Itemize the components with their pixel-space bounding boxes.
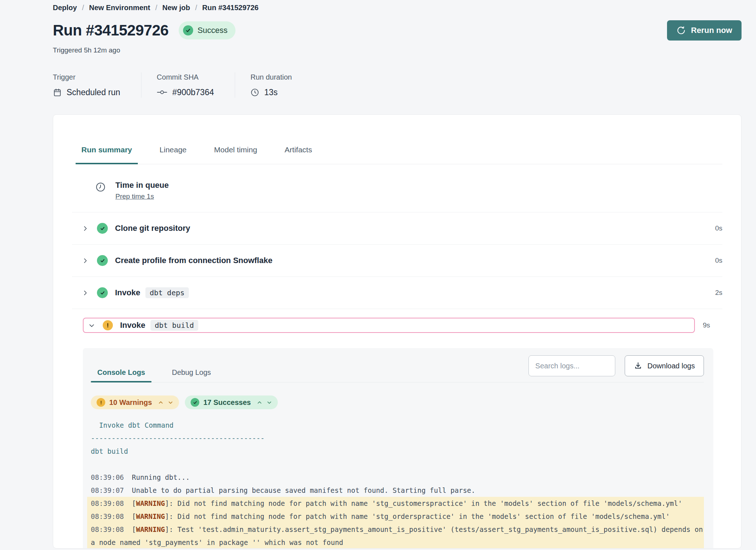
- chevron-down-icon[interactable]: [168, 400, 173, 405]
- log-warning-line: 08:39:08[WARNING]: Test 'test.admin_matu…: [87, 523, 704, 549]
- warnings-badge-label: 10 Warnings: [109, 398, 152, 407]
- tab-console-logs[interactable]: Console Logs: [91, 368, 152, 382]
- breadcrumb-job[interactable]: New job: [162, 3, 190, 12]
- log-timestamp: 08:39:08: [91, 512, 124, 520]
- breadcrumb-separator: /: [195, 3, 197, 12]
- log-timestamp: 08:39:07: [91, 486, 124, 494]
- step-command-chip: dbt build: [150, 320, 198, 331]
- chevron-right-icon[interactable]: [82, 258, 88, 264]
- rerun-icon: [676, 26, 686, 35]
- log-message: Unable to do partial parsing because sav…: [132, 486, 475, 494]
- chevron-down-icon[interactable]: [89, 322, 95, 329]
- run-meta-row: Trigger Scheduled run Commit SHA #900b73…: [53, 72, 742, 98]
- successes-badge[interactable]: 17 Successes: [185, 395, 278, 409]
- chevron-down-icon[interactable]: [267, 400, 272, 405]
- warning-bracket: [: [132, 525, 136, 533]
- page-title: Run #341529726: [53, 22, 169, 39]
- log-line: 08:39:07Unable to do partial parsing bec…: [91, 484, 704, 497]
- successes-nav: [257, 400, 272, 405]
- triggered-timestamp: Triggered 5h 12m ago: [53, 46, 742, 54]
- log-message: Did not find matching node for patch wit…: [177, 499, 682, 507]
- run-detail-page: Deploy / New Environment / New job / Run…: [0, 0, 756, 550]
- breadcrumb-deploy[interactable]: Deploy: [53, 3, 77, 12]
- tab-debug-logs[interactable]: Debug Logs: [165, 368, 217, 382]
- step-row-dbt-deps[interactable]: Invoke dbt deps 2s: [72, 277, 722, 309]
- step-row-clone-git[interactable]: Clone git repository 0s: [72, 212, 722, 245]
- title-row: Run #341529726 Success Rerun now: [53, 20, 742, 41]
- log-summary-badges: 10 Warnings 17 Successes: [91, 395, 704, 409]
- tab-artifacts[interactable]: Artifacts: [279, 145, 318, 164]
- chevron-up-icon[interactable]: [158, 400, 163, 405]
- download-icon: [634, 361, 642, 370]
- breadcrumb-separator: /: [82, 3, 84, 12]
- meta-trigger: Trigger Scheduled run: [53, 72, 141, 98]
- trigger-value: Scheduled run: [67, 87, 120, 98]
- log-warning-line: 08:39:08[WARNING]: Did not find matching…: [87, 510, 704, 523]
- commit-icon: [157, 89, 167, 96]
- tab-run-summary[interactable]: Run summary: [76, 145, 138, 164]
- success-check-icon: [183, 25, 193, 35]
- trigger-label: Trigger: [53, 72, 120, 82]
- tab-model-timing[interactable]: Model timing: [208, 145, 263, 164]
- log-warning-line: 08:39:08[WARNING]: Did not find matching…: [87, 497, 704, 510]
- prep-time-link[interactable]: Prep time 1s: [115, 192, 154, 200]
- breadcrumb: Deploy / New Environment / New job / Run…: [53, 3, 742, 12]
- breadcrumb-environment[interactable]: New Environment: [89, 3, 150, 12]
- chevron-up-icon[interactable]: [257, 400, 262, 405]
- breadcrumb-run: Run #341529726: [202, 3, 259, 12]
- status-badge-label: Success: [198, 26, 228, 35]
- step-duration: 9s: [703, 321, 722, 329]
- search-logs-input[interactable]: [528, 355, 615, 376]
- warning-bracket: [: [132, 499, 136, 507]
- step-dbt-build-expanded-header[interactable]: Invoke dbt build: [83, 318, 695, 333]
- log-message: Running dbt...: [132, 473, 190, 481]
- status-badge: Success: [179, 21, 235, 39]
- step-command-chip: dbt deps: [145, 287, 189, 298]
- log-message: Test 'test.admin_maturity.assert_stg_pay…: [91, 525, 707, 546]
- duration-label: Run duration: [250, 72, 292, 82]
- commit-label: Commit SHA: [157, 72, 214, 82]
- log-timestamp: 08:39:08: [91, 525, 124, 533]
- warning-token: WARNING: [136, 499, 165, 507]
- step-duration: 0s: [715, 257, 722, 265]
- warning-icon: [97, 398, 105, 407]
- chevron-right-icon[interactable]: [82, 290, 88, 296]
- logs-header: Console Logs Debug Logs Download logs: [90, 355, 704, 382]
- download-logs-button[interactable]: Download logs: [625, 355, 704, 376]
- warnings-nav: [158, 400, 173, 405]
- warning-token: WARNING: [136, 525, 165, 533]
- time-in-queue-block: Time in queue Prep time 1s: [72, 164, 722, 212]
- step-success-icon: [97, 255, 108, 266]
- step-title: Create profile from connection Snowflake: [115, 256, 272, 265]
- rerun-now-button[interactable]: Rerun now: [667, 20, 742, 41]
- step-success-icon: [97, 287, 108, 298]
- step-warning-icon: [103, 320, 113, 330]
- log-timestamp: 08:39:08: [91, 499, 124, 507]
- step-title: Clone git repository: [115, 224, 190, 233]
- chevron-right-icon[interactable]: [82, 225, 88, 232]
- step-duration: 0s: [715, 224, 722, 232]
- run-tabs: Run summary Lineage Model timing Artifac…: [76, 145, 722, 164]
- calendar-icon: [53, 88, 62, 97]
- log-command-header: Invoke dbt Command: [91, 419, 704, 432]
- rerun-button-label: Rerun now: [691, 26, 732, 35]
- warnings-badge[interactable]: 10 Warnings: [91, 395, 179, 409]
- step-success-icon: [97, 223, 108, 234]
- queue-clock-icon: [95, 180, 106, 200]
- tab-lineage[interactable]: Lineage: [154, 145, 192, 164]
- log-timestamp: 08:39:06: [91, 473, 124, 481]
- step-row-create-profile[interactable]: Create profile from connection Snowflake…: [72, 245, 722, 277]
- logs-actions: Download logs: [528, 355, 704, 376]
- successes-badge-label: 17 Successes: [203, 398, 251, 407]
- success-check-icon: [191, 398, 199, 407]
- log-blank-line: [91, 458, 704, 471]
- commit-value[interactable]: #900b7364: [172, 87, 214, 98]
- duration-value: 13s: [264, 87, 277, 98]
- warning-bracket: ]:: [165, 512, 177, 520]
- meta-duration: Run duration 13s: [235, 72, 313, 98]
- warning-bracket: [: [132, 512, 136, 520]
- log-command: dbt build: [91, 445, 704, 458]
- step-duration: 2s: [715, 289, 722, 297]
- step-title: Invoke: [120, 321, 145, 330]
- warning-bracket: ]:: [165, 499, 177, 507]
